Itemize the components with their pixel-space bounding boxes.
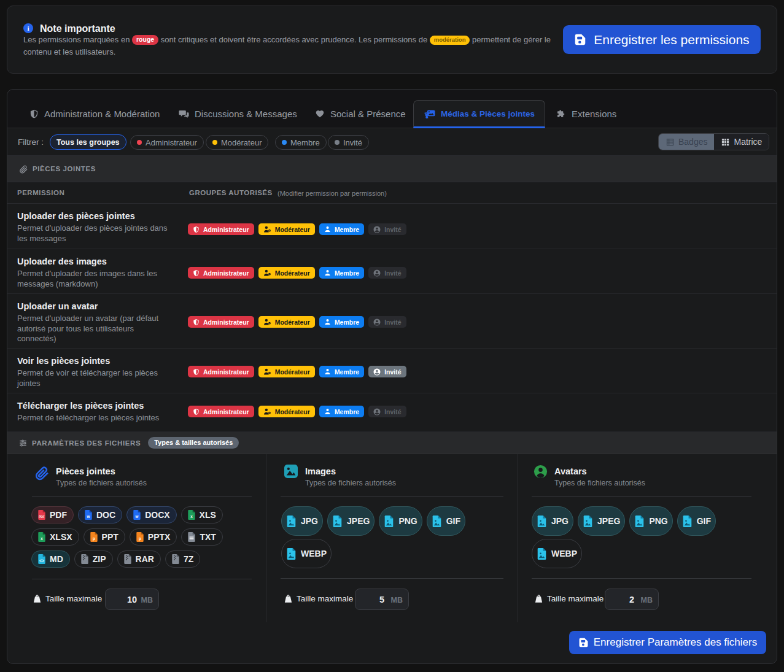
svg-text:p: p bbox=[93, 536, 95, 541]
svg-text:<>: <> bbox=[39, 558, 44, 563]
svg-text:x: x bbox=[190, 514, 193, 519]
svg-text:w: w bbox=[87, 514, 90, 519]
svg-text:i: i bbox=[27, 25, 29, 32]
svg-text:x: x bbox=[41, 536, 43, 541]
svg-text:w: w bbox=[135, 514, 139, 519]
svg-text:p: p bbox=[139, 536, 141, 541]
svg-text:PDF: PDF bbox=[39, 516, 45, 519]
